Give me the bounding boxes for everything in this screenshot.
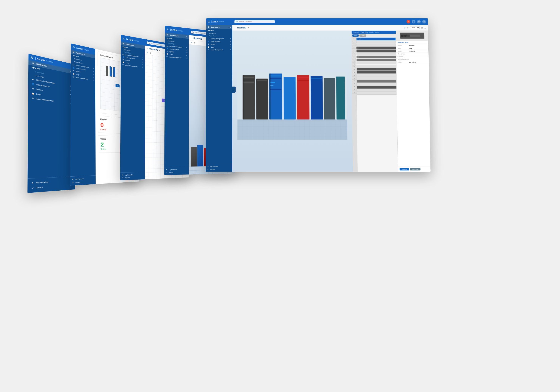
btn-properties[interactable]: Properties [400, 168, 409, 171]
events-label: Critical [100, 128, 106, 131]
rack-unit-medium-1[interactable]: 1U [357, 56, 396, 59]
sidebar-footer-1: ★ My Favorites ↺ Recent [28, 176, 75, 193]
info-action-buttons: Properties Login Dash [398, 167, 430, 171]
info-row-model: Model KN8164B [396, 50, 428, 53]
settings-top-icon[interactable]: ⚙ [417, 20, 421, 23]
chevron-sys-4: ∨ [186, 52, 187, 54]
floor-rack-3 [113, 67, 115, 77]
nav5-dashboard[interactable]: ⊞ Dashboard ∧ [206, 25, 232, 29]
star-icon-2: ★ [72, 178, 74, 180]
rack-num-4: 4 [352, 46, 356, 49]
nav5-logs[interactable]: 📋 Logs ∨ [206, 46, 232, 48]
btn-front[interactable]: Front [352, 34, 359, 37]
nav5-system[interactable]: ⚙ System ∨ [206, 43, 232, 46]
chevron-logs-5: ∨ [230, 46, 231, 48]
rack-detail-3a [270, 75, 281, 77]
rack-units-container: 1 2 3 4 5 6 7 8 9 10 11 [352, 37, 398, 171]
help-icon-4[interactable]: ? [191, 41, 192, 44]
chevron-user-3: ∨ [142, 59, 143, 60]
nav5-device[interactable]: ▬ Device Management ∨ [206, 37, 233, 40]
panel5-top-bar: 🔍 ! 👤 ⚙ ? [232, 18, 428, 25]
rack-num-15: 15 [352, 77, 356, 80]
room-3d-main: › [232, 30, 353, 172]
view-icon-1[interactable]: ⊞ [421, 27, 423, 29]
sidebar-panel-5: ☰ ATEN CC2000 ⊞ Dashboard ∧ System Monit… [206, 18, 232, 172]
info-label-model: Model [398, 50, 409, 52]
help-top-icon[interactable]: ? [422, 20, 426, 23]
hamburger-icon-3[interactable]: ☰ [123, 37, 125, 40]
device-image [396, 30, 428, 40]
hamburger-icon-2[interactable]: ☰ [73, 46, 75, 49]
dropdown-arrow-4[interactable]: ▼ [203, 38, 205, 40]
go-button[interactable]: G [116, 84, 120, 88]
rack-num-19: 19 [352, 88, 357, 91]
star-icon-5: ★ [207, 166, 209, 167]
recent-icon-3: ↺ [122, 177, 123, 179]
refresh-icon-4[interactable]: ↺ [194, 42, 195, 44]
nav5-favorites[interactable]: ★ My Favorites [206, 165, 232, 168]
asset-icon-3: ⊟ [122, 64, 124, 66]
right-panel-tabs: Room Info Rack View Assets Sensor [352, 30, 396, 34]
floor-rack-1 [106, 66, 108, 76]
info-value-name: KVM301 [409, 45, 415, 46]
help-icon-3[interactable]: ? [147, 51, 148, 54]
nav4-recent[interactable]: ↺ Recent [164, 171, 189, 174]
tab-sensor[interactable]: Sensor [375, 31, 380, 33]
panel5-body: › [232, 30, 430, 172]
nav5-recent[interactable]: ↺ Recent [206, 168, 232, 171]
tab-rack-view[interactable]: Rack View [361, 31, 368, 33]
sidebar-footer-4: ★ My Favorites ↺ Recent [164, 167, 189, 175]
collapse-panel-btn[interactable]: › [232, 87, 236, 93]
back-arrow-3[interactable]: ← [147, 47, 148, 49]
hamburger-icon[interactable]: ☰ [31, 56, 33, 59]
rack-unit-empty-4 [357, 62, 396, 64]
chevron-dash-5: ∧ [230, 26, 231, 28]
chevron-logs-3: ∨ [142, 64, 143, 66]
product-3: CC2000 [134, 40, 139, 42]
btn-login-dash[interactable]: Login Dash [410, 168, 420, 171]
chevron-asset-2: ∨ [93, 79, 94, 81]
rack-unit-dark-4 [357, 71, 396, 74]
device-img-inner [400, 32, 424, 39]
chevron-sys-3: ∨ [142, 62, 143, 63]
user-icon-5: 👤 [208, 41, 210, 42]
rack-unit-selected[interactable]: KVM301 [356, 38, 396, 40]
hamburger-icon-5[interactable]: ☰ [208, 20, 210, 23]
nav5-asset[interactable]: ⊟ Asset Management ∨ [206, 48, 232, 51]
rack-num-1: 1 [352, 37, 356, 40]
back-arrow-5[interactable]: ← [234, 27, 236, 29]
user-avatar-icon[interactable]: 👤 [412, 20, 416, 23]
device-mgmt-icon: ▬ [31, 78, 35, 81]
notification-icon[interactable]: ! [407, 20, 410, 23]
view-icon-2[interactable]: ☰ [424, 27, 426, 29]
nav5-user[interactable]: 👤 User Accounts ∨ [206, 40, 232, 43]
btn-other[interactable]: Other [359, 34, 366, 37]
help-breadcrumb[interactable]: ? [404, 27, 405, 29]
info-row-ip: IP Address [396, 53, 428, 55]
back-arrow-4[interactable]: ← [191, 37, 192, 39]
device-body [410, 35, 420, 37]
refresh-breadcrumb[interactable]: ↺ [407, 27, 408, 29]
product-2: CC2000 [84, 49, 89, 51]
dashboard-icon-4: ⊞ [167, 34, 168, 36]
settings-icon: ⚙ [31, 87, 35, 90]
recent-icon-4: ↺ [166, 172, 167, 173]
breadcrumb-text-3: Room101 [149, 48, 158, 51]
nav5-monitoring[interactable]: Monitoring [206, 32, 233, 35]
rack-unit-dark-1[interactable]: 1U [356, 47, 396, 50]
dropdown-arrow-3[interactable]: ▼ [159, 49, 160, 51]
nav5-floor-maps[interactable]: Floor Maps [206, 35, 233, 37]
floor-rack-2 [110, 66, 112, 77]
view-mode-dropdown[interactable]: 2d/3d 2d 3d [410, 26, 420, 29]
product-4: CC2000 [178, 30, 182, 32]
search-input-5[interactable] [239, 21, 273, 23]
dropdown-arrow-5[interactable]: ▼ [247, 27, 249, 29]
tab-room-info[interactable]: Room Info [353, 31, 359, 33]
rack-unit-empty-5 [357, 65, 396, 67]
refresh-icon-3[interactable]: ↺ [149, 52, 151, 54]
chevron-device-5: ∨ [230, 38, 231, 40]
rack-shadow-left [243, 75, 244, 120]
chevron-dash-4: ∧ [186, 36, 187, 38]
tab-assets[interactable]: Assets [369, 31, 373, 33]
hamburger-icon-4[interactable]: ☰ [167, 28, 169, 30]
